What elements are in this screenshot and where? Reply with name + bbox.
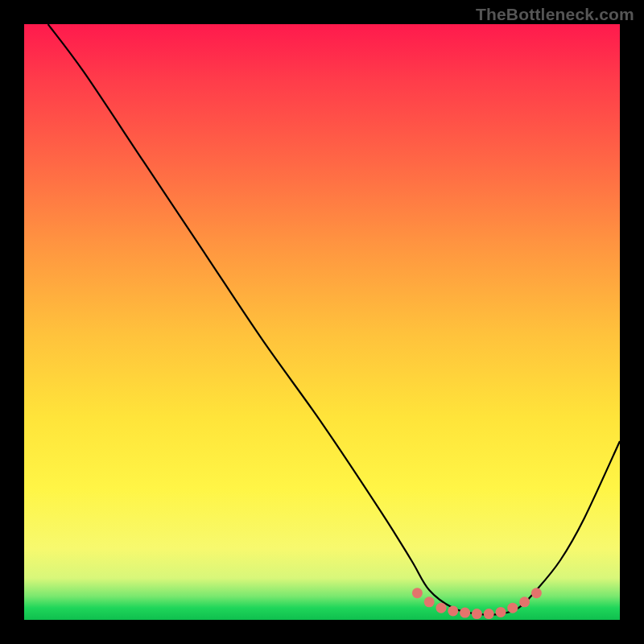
chart-container (24, 24, 620, 620)
image-frame: TheBottleneck.com (0, 0, 644, 644)
watermark-text: TheBottleneck.com (476, 5, 634, 24)
chart-gradient-background (24, 24, 620, 620)
